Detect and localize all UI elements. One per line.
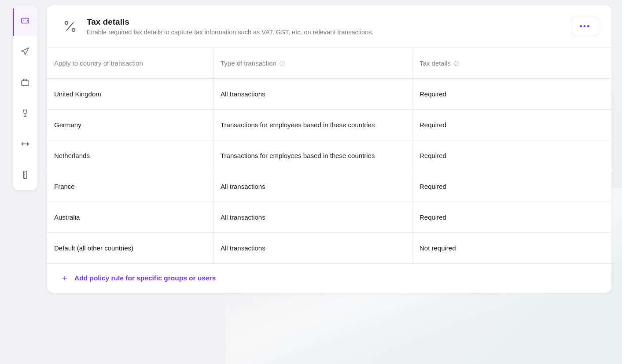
sidebar-item-rules[interactable]: [13, 159, 37, 190]
header-country: Apply to country of transaction: [47, 48, 213, 79]
table-header: Apply to country of transaction Type of …: [47, 48, 611, 79]
wine-glass-icon: [20, 108, 30, 118]
sidebar-item-food[interactable]: [13, 98, 37, 129]
svg-rect-1: [22, 81, 29, 85]
add-policy-button[interactable]: Add policy rule for specific groups or u…: [47, 264, 611, 293]
cell-tax: Not required: [412, 233, 611, 264]
more-dots-icon: •••: [580, 22, 591, 30]
svg-point-3: [65, 22, 68, 25]
plus-icon: [61, 275, 68, 282]
header-tax-label: Tax details: [420, 59, 451, 67]
expense-icon: [20, 16, 30, 26]
info-icon[interactable]: [453, 60, 460, 66]
cell-country: Netherlands: [47, 140, 213, 171]
cell-country: France: [47, 171, 213, 202]
cell-country: Australia: [47, 202, 213, 233]
add-policy-label: Add policy rule for specific groups or u…: [74, 274, 216, 282]
table-row[interactable]: United KingdomAll transactionsRequired: [47, 79, 611, 110]
table-row[interactable]: FranceAll transactionsRequired: [47, 171, 611, 202]
sidebar: [13, 5, 37, 190]
ruler-icon: [20, 170, 30, 180]
cell-country: Germany: [47, 110, 213, 140]
sidebar-item-business[interactable]: [13, 67, 37, 98]
cell-tax: Required: [412, 79, 611, 110]
cell-tax: Required: [412, 140, 611, 171]
header-text: Tax details Enable required tax details …: [87, 17, 571, 36]
header-tax: Tax details: [412, 48, 611, 79]
card-header: Tax details Enable required tax details …: [47, 5, 611, 48]
info-icon[interactable]: [279, 60, 286, 66]
sidebar-item-fitness[interactable]: [13, 129, 37, 159]
dumbbell-icon: [20, 139, 30, 149]
cell-type: Transactions for employees based in thes…: [213, 140, 412, 171]
table-row[interactable]: GermanyTransactions for employees based …: [47, 110, 611, 140]
main-card: Tax details Enable required tax details …: [47, 5, 611, 293]
card-title: Tax details: [87, 17, 571, 27]
cell-type: Transactions for employees based in thes…: [213, 110, 412, 140]
sidebar-item-travel[interactable]: [13, 36, 37, 67]
cell-type: All transactions: [213, 171, 412, 202]
cell-tax: Required: [412, 110, 611, 140]
cell-tax: Required: [412, 202, 611, 233]
svg-point-4: [72, 29, 75, 32]
sidebar-item-expenses[interactable]: [13, 5, 37, 36]
percent-icon: [62, 18, 78, 34]
table-row[interactable]: Default (all other countries)All transac…: [47, 233, 611, 264]
tax-rules-table: Apply to country of transaction Type of …: [47, 48, 611, 264]
cell-type: All transactions: [213, 233, 412, 264]
cell-tax: Required: [412, 171, 611, 202]
cell-country: Default (all other countries): [47, 233, 213, 264]
header-type: Type of transaction: [213, 48, 412, 79]
table-row[interactable]: AustraliaAll transactionsRequired: [47, 202, 611, 233]
header-type-label: Type of transaction: [221, 59, 276, 67]
table-body: United KingdomAll transactionsRequiredGe…: [47, 79, 611, 264]
airplane-icon: [20, 47, 30, 56]
header-country-label: Apply to country of transaction: [54, 59, 143, 67]
more-options-button[interactable]: •••: [571, 17, 599, 36]
table-row[interactable]: NetherlandsTransactions for employees ba…: [47, 140, 611, 171]
cell-country: United Kingdom: [47, 79, 213, 110]
card-subtitle: Enable required tax details to capture t…: [87, 29, 571, 36]
cell-type: All transactions: [213, 79, 412, 110]
briefcase-icon: [20, 77, 30, 87]
cell-type: All transactions: [213, 202, 412, 233]
